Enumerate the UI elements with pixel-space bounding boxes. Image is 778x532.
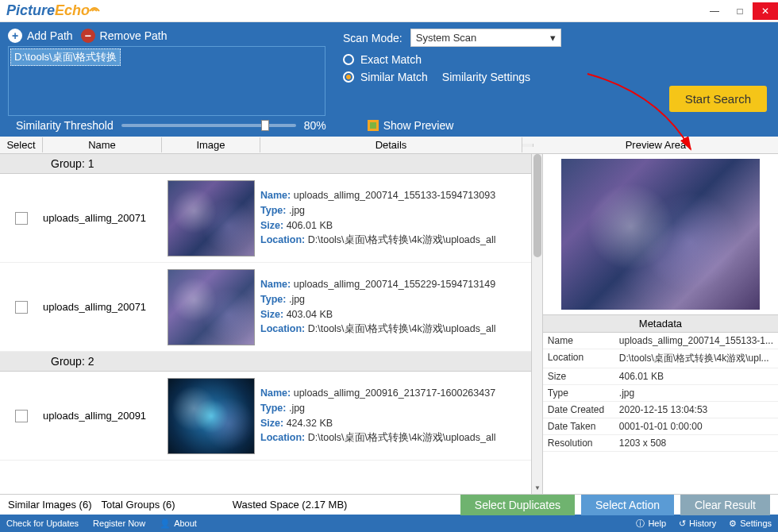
similar-match-label: Similar Match [360, 71, 428, 83]
column-headers: Select Name Image Details Preview Area [0, 137, 778, 154]
metadata-key: Name [548, 335, 619, 346]
add-path-label: Add Path [27, 29, 73, 42]
history-link[interactable]: ↺ History [679, 518, 716, 530]
status-similar: Similar Images (6) [8, 499, 91, 511]
radio-icon-selected [343, 71, 354, 83]
person-icon: 👤 [160, 519, 171, 529]
logo-text-2: Echo [55, 2, 90, 19]
settings-link[interactable]: ⚙ Settings [729, 518, 772, 530]
status-wasted: Wasted Space (2.17 MB) [233, 499, 348, 511]
checkbox-icon [368, 120, 379, 131]
col-scroll-gutter [522, 144, 533, 147]
preview-panel: Metadata Nameuploads_allimg_200714_15513… [543, 154, 778, 494]
logo-text-1: Picture [6, 2, 55, 19]
row-thumbnail[interactable] [168, 269, 255, 345]
about-link[interactable]: 👤 About [160, 519, 197, 529]
results-list[interactable]: Group: 1uploads_allimg_20071Name: upload… [0, 154, 532, 494]
metadata-row: Size406.01 KB [543, 368, 778, 385]
row-name: uploads_allimg_20071 [43, 212, 162, 224]
status-bar: Similar Images (6) Total Groups (6) Wast… [0, 494, 778, 515]
radio-icon [343, 54, 354, 65]
results-scrollbar[interactable]: ▼ [532, 154, 543, 494]
col-select[interactable]: Select [0, 137, 43, 152]
metadata-key: Type [548, 387, 619, 399]
threshold-label: Similarity Threshold [16, 119, 114, 132]
metadata-row: Nameuploads_allimg_200714_155133-1... [543, 333, 778, 349]
similarity-settings-link[interactable]: Similarity Settings [442, 71, 530, 83]
scan-mode-label: Scan Mode: [343, 32, 402, 44]
threshold-slider[interactable] [121, 124, 296, 127]
result-row[interactable]: uploads_allimg_20091Name: uploads_allimg… [0, 372, 531, 461]
select-action-button[interactable]: Select Action [581, 495, 674, 515]
maximize-button[interactable]: □ [727, 2, 753, 20]
similar-match-radio[interactable]: Similar Match Similarity Settings [343, 71, 770, 83]
gear-icon: ⚙ [729, 519, 737, 529]
scroll-down-icon[interactable]: ▼ [533, 484, 541, 492]
chevron-down-icon: ▾ [550, 32, 556, 44]
scan-mode-value: System Scan [416, 32, 477, 44]
row-select-cell [0, 410, 43, 422]
wifi-icon [88, 3, 101, 13]
check-updates-link[interactable]: Check for Updates [6, 519, 79, 529]
row-thumbnail[interactable] [168, 378, 255, 454]
row-details: Name: uploads_allimg_200714_155229-15947… [260, 277, 522, 337]
row-details: Name: uploads_allimg_200916_213717-16002… [260, 386, 522, 445]
group-header[interactable]: Group: 1 [0, 154, 531, 174]
header-panel: + Add Path − Remove Path D:\tools\桌面\格式转… [0, 22, 778, 137]
remove-path-label: Remove Path [100, 29, 168, 42]
metadata-key: Date Taken [548, 421, 619, 432]
row-checkbox[interactable] [15, 212, 28, 225]
help-icon: ⓘ [636, 518, 645, 530]
result-row[interactable]: uploads_allimg_20071Name: uploads_allimg… [0, 263, 531, 352]
remove-path-button[interactable]: − Remove Path [81, 29, 168, 43]
threshold-value: 80% [304, 119, 336, 132]
scrollbar-thumb[interactable] [533, 154, 541, 257]
preview-image [561, 159, 760, 310]
row-checkbox[interactable] [15, 301, 28, 314]
row-thumbnail[interactable] [168, 180, 255, 256]
path-controls: + Add Path − Remove Path D:\tools\桌面\格式转… [8, 29, 325, 116]
help-link[interactable]: ⓘ Help [636, 518, 666, 530]
register-link[interactable]: Register Now [93, 519, 145, 529]
row-thumb-cell [162, 180, 260, 256]
row-name: uploads_allimg_20071 [43, 301, 162, 313]
metadata-key: Location [548, 352, 619, 365]
metadata-key: Resolution [548, 438, 619, 449]
select-duplicates-button[interactable]: Select Duplicates [460, 495, 575, 515]
metadata-value: uploads_allimg_200714_155133-1... [619, 335, 773, 346]
row-checkbox[interactable] [15, 410, 28, 422]
col-details[interactable]: Details [260, 137, 522, 152]
metadata-value: .jpg [619, 387, 773, 399]
close-button[interactable]: ✕ [753, 2, 778, 20]
clear-result-button[interactable]: Clear Result [680, 495, 770, 515]
titlebar: PictureEcho — □ ✕ [0, 0, 778, 22]
row-select-cell [0, 301, 43, 314]
path-item[interactable]: D:\tools\桌面\格式转换 [10, 48, 121, 66]
clock-icon: ↺ [679, 519, 686, 529]
metadata-key: Date Created [548, 404, 619, 415]
status-groups: Total Groups (6) [101, 499, 175, 511]
metadata-value: 1203 x 508 [619, 438, 773, 449]
group-header[interactable]: Group: 2 [0, 352, 531, 372]
metadata-row: Type.jpg [543, 385, 778, 402]
minus-icon: − [81, 29, 95, 43]
exact-match-radio[interactable]: Exact Match [343, 53, 770, 66]
show-preview-label: Show Preview [383, 119, 454, 132]
col-image[interactable]: Image [162, 137, 260, 152]
metadata-table: Nameuploads_allimg_200714_155133-1...Loc… [543, 333, 778, 452]
path-list[interactable]: D:\tools\桌面\格式转换 [8, 46, 325, 116]
metadata-row: Date Taken0001-01-01 0:00:00 [543, 418, 778, 435]
metadata-row: Resolution1203 x 508 [543, 435, 778, 452]
scan-controls: Scan Mode: System Scan ▾ Exact Match Sim… [335, 29, 770, 88]
show-preview-toggle[interactable]: Show Preview [368, 119, 454, 132]
scan-mode-select[interactable]: System Scan ▾ [410, 29, 561, 47]
add-path-button[interactable]: + Add Path [8, 29, 73, 43]
row-name: uploads_allimg_20091 [43, 410, 162, 422]
col-name[interactable]: Name [43, 137, 162, 152]
exact-match-label: Exact Match [360, 53, 422, 66]
start-search-button[interactable]: Start Search [669, 86, 767, 112]
result-row[interactable]: uploads_allimg_20071Name: uploads_allimg… [0, 174, 531, 263]
minimize-button[interactable]: — [702, 2, 727, 20]
slider-thumb[interactable] [261, 120, 269, 131]
metadata-key: Size [548, 371, 619, 382]
